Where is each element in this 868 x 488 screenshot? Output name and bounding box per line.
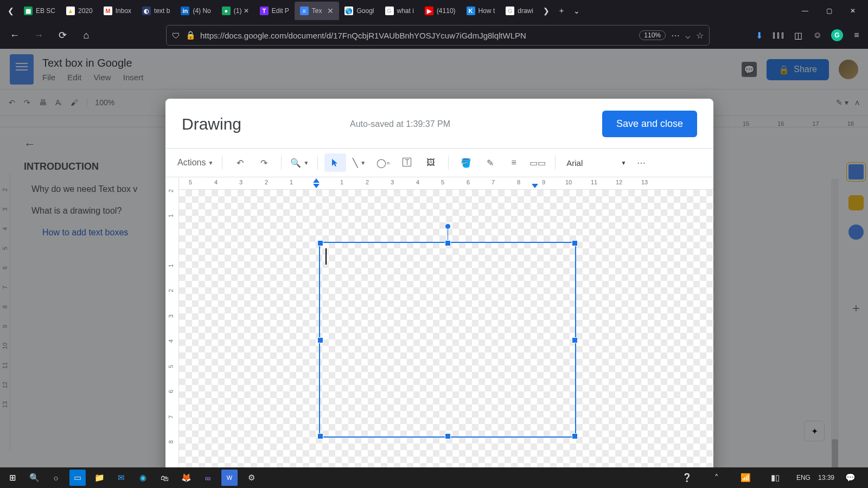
start-button[interactable]: ⊞ xyxy=(4,470,21,486)
visual-studio-icon[interactable]: ∞ xyxy=(200,470,216,486)
new-tab-button[interactable]: ＋ xyxy=(554,6,569,16)
tab-2[interactable]: MInbox xyxy=(98,2,137,20)
reload-button[interactable]: ⟳ xyxy=(53,26,72,44)
tab-10[interactable]: ▶(4110) xyxy=(419,2,461,20)
tab-label: (1) ✕ xyxy=(234,7,249,15)
bookmark-star-icon[interactable]: ☆ xyxy=(696,30,704,41)
resize-handle-tr[interactable] xyxy=(572,240,578,246)
select-tool-icon[interactable] xyxy=(324,153,346,172)
input-language[interactable]: ENG xyxy=(796,474,810,481)
rotate-handle[interactable] xyxy=(445,223,451,229)
sidebar-icon[interactable]: ◫ xyxy=(792,29,804,41)
tab-12[interactable]: Gdrawi xyxy=(500,2,539,20)
tab-6[interactable]: TEdit P xyxy=(254,2,295,20)
resize-handle-ml[interactable] xyxy=(317,337,323,343)
forward-button[interactable]: → xyxy=(29,26,48,44)
text-box-shape[interactable] xyxy=(319,242,576,438)
downloads-icon[interactable]: ⬇ xyxy=(753,29,765,41)
wifi-icon[interactable]: 📶 xyxy=(738,470,754,486)
ruler-mark: 8 xyxy=(168,440,174,444)
action-center-icon[interactable]: 💬 xyxy=(842,470,858,486)
window-close[interactable]: ✕ xyxy=(841,1,865,21)
search-icon[interactable]: 🔍 xyxy=(26,470,42,486)
window-maximize[interactable]: ▢ xyxy=(817,1,841,21)
pocket-icon[interactable]: ⌵ xyxy=(685,30,691,41)
image-tool-icon[interactable]: 🖼 xyxy=(420,153,442,172)
shape-tool-icon[interactable]: ◯▫ xyxy=(372,153,394,172)
ruler-mark: 3 xyxy=(239,179,242,185)
chevron-down-icon: ▼ xyxy=(208,160,213,166)
resize-handle-tl[interactable] xyxy=(317,240,323,246)
tab-8[interactable]: 🌎Googl xyxy=(339,2,379,20)
tab-3[interactable]: ◐text b xyxy=(137,2,175,20)
resize-handle-mr[interactable] xyxy=(572,337,578,343)
tab-1[interactable]: ▲2020 xyxy=(61,2,98,20)
tab-0[interactable]: ▦EB SC xyxy=(18,2,61,20)
back-button[interactable]: ← xyxy=(5,26,24,44)
save-and-close-button[interactable]: Save and close xyxy=(602,111,697,137)
left-indent-marker[interactable] xyxy=(313,184,320,188)
wps-icon[interactable]: W xyxy=(221,470,238,486)
tab-7-active[interactable]: ≡Tex✕ xyxy=(295,2,340,20)
shield-icon: 🛡 xyxy=(172,31,180,40)
tab-9[interactable]: Gwhat i xyxy=(380,2,419,20)
tabs-scroll-right[interactable]: ❯ xyxy=(539,7,554,15)
resize-handle-br[interactable] xyxy=(572,433,578,439)
help-tray-icon[interactable]: ❔ xyxy=(679,470,695,486)
line-tool-icon[interactable]: ╲▼ xyxy=(348,153,370,172)
fill-color-icon[interactable]: 🪣 xyxy=(455,153,477,172)
ruler-mark: 5 xyxy=(441,179,444,185)
file-explorer-icon[interactable]: 📁 xyxy=(91,470,107,486)
ruler-mark: 12 xyxy=(616,179,622,185)
actions-menu[interactable]: Actions▼ xyxy=(175,153,215,172)
hamburger-menu-icon[interactable]: ≡ xyxy=(851,29,863,41)
firefox-icon[interactable]: 🦊 xyxy=(178,470,194,486)
account-icon[interactable]: ☺ xyxy=(812,29,824,41)
drawing-canvas[interactable] xyxy=(179,190,713,488)
resize-handle-bm[interactable] xyxy=(445,433,451,439)
tab-label: drawi xyxy=(518,7,533,15)
address-bar[interactable]: 🛡 🔒 https://docs.google.com/document/d/1… xyxy=(166,25,710,46)
right-indent-marker[interactable] xyxy=(532,184,538,188)
tab-4[interactable]: in(4) No xyxy=(175,2,216,20)
resize-handle-bl[interactable] xyxy=(317,433,323,439)
tabs-dropdown[interactable]: ⌄ xyxy=(569,7,584,15)
redo-icon[interactable]: ↷ xyxy=(253,153,275,172)
settings-icon[interactable]: ⚙ xyxy=(243,470,259,486)
tab-5[interactable]: ●(1) ✕ xyxy=(216,2,254,20)
tabs-scroll-left[interactable]: ❮ xyxy=(3,7,18,15)
undo-icon[interactable]: ↶ xyxy=(229,153,251,172)
more-options-icon[interactable]: ⋯ xyxy=(630,153,652,172)
zoom-indicator[interactable]: 110% xyxy=(639,30,666,40)
clock[interactable]: 13:39 xyxy=(818,474,834,481)
border-dash-icon[interactable]: ▭▭ xyxy=(527,153,548,172)
page-actions-icon[interactable]: ⋯ xyxy=(671,30,680,41)
ruler-mark: 1 xyxy=(340,179,343,185)
edge-icon[interactable]: ◉ xyxy=(135,470,151,486)
grammarly-extension-icon[interactable]: G xyxy=(831,29,843,41)
ruler-mark: 2 xyxy=(265,179,268,185)
tab-label: Googl xyxy=(356,7,374,15)
first-line-indent-marker[interactable] xyxy=(313,178,320,183)
textbox-tool-icon[interactable]: 🅃 xyxy=(396,153,418,172)
cortana-icon[interactable]: ○ xyxy=(48,470,64,486)
resize-handle-tm[interactable] xyxy=(445,240,451,246)
tab-11[interactable]: KHow t xyxy=(461,2,501,20)
home-button[interactable]: ⌂ xyxy=(77,26,95,44)
border-color-icon[interactable]: ✎ xyxy=(479,153,501,172)
zoom-menu[interactable]: 🔍▼ xyxy=(288,153,311,172)
font-family-select[interactable]: Arial▼ xyxy=(562,153,628,172)
ruler-mark: 4 xyxy=(416,179,419,185)
dialog-title: Drawing xyxy=(182,115,241,133)
tab-label: How t xyxy=(478,7,495,15)
window-minimize[interactable]: — xyxy=(793,1,817,21)
tray-expand-icon[interactable]: ˄ xyxy=(709,470,725,486)
mail-icon[interactable]: ✉ xyxy=(113,470,129,486)
store-icon[interactable]: 🛍 xyxy=(156,470,173,486)
close-tab-icon[interactable]: ✕ xyxy=(327,7,334,15)
border-weight-icon[interactable]: ≡ xyxy=(503,153,525,172)
task-view-icon[interactable]: ▭ xyxy=(69,470,86,486)
library-icon[interactable]: ⫿⫿⫿ xyxy=(773,29,784,41)
battery-icon[interactable]: ▮▯ xyxy=(767,470,783,486)
windows-taskbar: ⊞ 🔍 ○ ▭ 📁 ✉ ◉ 🛍 🦊 ∞ W ⚙ ❔ ˄ 📶 ▮▯ ENG 13:… xyxy=(0,467,868,488)
